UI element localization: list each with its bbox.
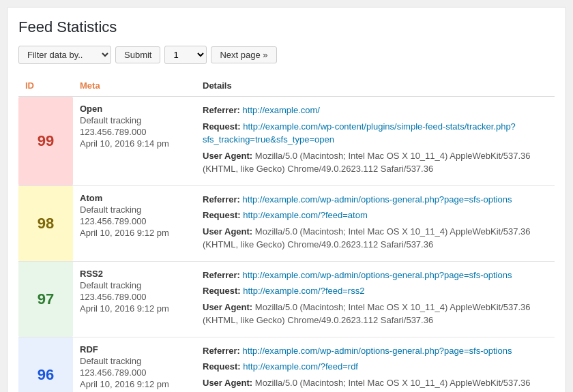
- next-page-button[interactable]: Next page »: [211, 46, 276, 63]
- meta-cell: RSS2 Default tracking 123.456.789.000 Ap…: [73, 261, 196, 337]
- request-label: Request:: [203, 121, 241, 132]
- meta-type: Atom: [80, 193, 189, 203]
- request-line: Request: http://example.com/?feed=atom: [203, 209, 548, 222]
- details-cell: Referrer: http://example.com/wp-admin/op…: [196, 337, 555, 392]
- request-link[interactable]: http://example.com/?feed=rdf: [243, 361, 358, 372]
- request-link[interactable]: http://example.com/?feed=atom: [243, 210, 367, 220]
- id-cell: 98: [18, 185, 73, 261]
- toolbar: Filter data by.. Submit 1 Next page »: [18, 46, 555, 64]
- useragent-line: User Agent: Mozilla/5.0 (Macintosh; Inte…: [203, 301, 548, 327]
- id-cell: 97: [18, 261, 73, 337]
- id-cell: 96: [18, 337, 73, 392]
- referrer-link[interactable]: http://example.com/wp-admin/options-gene…: [243, 270, 512, 280]
- col-details: Details: [196, 75, 555, 97]
- meta-cell: RDF Default tracking 123.456.789.000 Apr…: [73, 337, 196, 392]
- table-row: 97 RSS2 Default tracking 123.456.789.000…: [18, 261, 555, 337]
- meta-ip: 123.456.789.000: [80, 127, 189, 137]
- request-label: Request:: [203, 210, 241, 220]
- useragent-label: User Agent:: [203, 226, 252, 237]
- meta-cell: Atom Default tracking 123.456.789.000 Ap…: [73, 185, 196, 261]
- request-line: Request: http://example.com/?feed=rdf: [203, 360, 548, 374]
- referrer-link[interactable]: http://example.com/wp-admin/options-gene…: [243, 346, 512, 356]
- request-link[interactable]: http://example.com/wp-content/plugins/si…: [203, 121, 516, 145]
- table-header-row: ID Meta Details: [18, 75, 555, 97]
- details-cell: Referrer: http://example.com/wp-admin/op…: [196, 261, 555, 337]
- col-meta: Meta: [73, 75, 196, 97]
- referrer-link[interactable]: http://example.com/wp-admin/options-gene…: [243, 194, 512, 205]
- referrer-line: Referrer: http://example.com/wp-admin/op…: [203, 344, 548, 358]
- meta-ip: 123.456.789.000: [80, 367, 189, 378]
- meta-tracking: Default tracking: [80, 280, 189, 290]
- referrer-label: Referrer:: [203, 270, 240, 280]
- filter-select[interactable]: Filter data by..: [18, 46, 111, 64]
- meta-ip: 123.456.789.000: [80, 216, 189, 226]
- page-title: Feed Statistics: [18, 18, 555, 36]
- meta-tracking: Default tracking: [80, 115, 189, 125]
- referrer-label: Referrer:: [203, 346, 240, 356]
- meta-date: April 10, 2016 9:12 pm: [80, 379, 189, 389]
- details-cell: Referrer: http://example.com/ Request: h…: [196, 97, 555, 186]
- referrer-link[interactable]: http://example.com/: [243, 105, 320, 115]
- main-container: Feed Statistics Filter data by.. Submit …: [7, 7, 566, 392]
- referrer-label: Referrer:: [203, 105, 240, 115]
- meta-tracking: Default tracking: [80, 205, 189, 215]
- meta-type: Open: [80, 104, 189, 114]
- request-label: Request:: [203, 361, 241, 372]
- meta-date: April 10, 2016 9:14 pm: [80, 138, 189, 149]
- useragent-text: Mozilla/5.0 (Macintosh; Intel Mac OS X 1…: [203, 226, 531, 250]
- request-line: Request: http://example.com/?feed=rss2: [203, 284, 548, 298]
- referrer-line: Referrer: http://example.com/wp-admin/op…: [203, 269, 548, 282]
- details-cell: Referrer: http://example.com/wp-admin/op…: [196, 185, 555, 261]
- useragent-label: User Agent:: [203, 151, 252, 161]
- submit-button[interactable]: Submit: [115, 46, 160, 63]
- table-row: 98 Atom Default tracking 123.456.789.000…: [18, 185, 555, 261]
- col-id: ID: [18, 75, 73, 97]
- table-row: 96 RDF Default tracking 123.456.789.000 …: [18, 337, 555, 392]
- request-line: Request: http://example.com/wp-content/p…: [203, 120, 548, 147]
- useragent-line: User Agent: Mozilla/5.0 (Macintosh; Inte…: [203, 376, 548, 393]
- data-table: ID Meta Details 99 Open Default tracking…: [18, 75, 555, 392]
- useragent-label: User Agent:: [203, 302, 252, 312]
- useragent-text: Mozilla/5.0 (Macintosh; Intel Mac OS X 1…: [203, 151, 531, 175]
- useragent-line: User Agent: Mozilla/5.0 (Macintosh; Inte…: [203, 225, 548, 252]
- referrer-line: Referrer: http://example.com/wp-admin/op…: [203, 193, 548, 207]
- meta-type: RDF: [80, 344, 189, 355]
- useragent-text: Mozilla/5.0 (Macintosh; Intel Mac OS X 1…: [203, 302, 531, 326]
- useragent-label: User Agent:: [203, 378, 252, 388]
- useragent-text: Mozilla/5.0 (Macintosh; Intel Mac OS X 1…: [203, 378, 531, 393]
- meta-ip: 123.456.789.000: [80, 292, 189, 302]
- meta-type: RSS2: [80, 269, 189, 279]
- meta-date: April 10, 2016 9:12 pm: [80, 303, 189, 314]
- meta-cell: Open Default tracking 123.456.789.000 Ap…: [73, 97, 196, 186]
- referrer-line: Referrer: http://example.com/: [203, 104, 548, 117]
- request-label: Request:: [203, 286, 241, 296]
- useragent-line: User Agent: Mozilla/5.0 (Macintosh; Inte…: [203, 149, 548, 176]
- meta-date: April 10, 2016 9:12 pm: [80, 228, 189, 238]
- meta-tracking: Default tracking: [80, 356, 189, 366]
- id-cell: 99: [18, 97, 73, 186]
- request-link[interactable]: http://example.com/?feed=rss2: [243, 286, 364, 296]
- referrer-label: Referrer:: [203, 194, 240, 205]
- page-select[interactable]: 1: [164, 46, 207, 64]
- table-row: 99 Open Default tracking 123.456.789.000…: [18, 97, 555, 186]
